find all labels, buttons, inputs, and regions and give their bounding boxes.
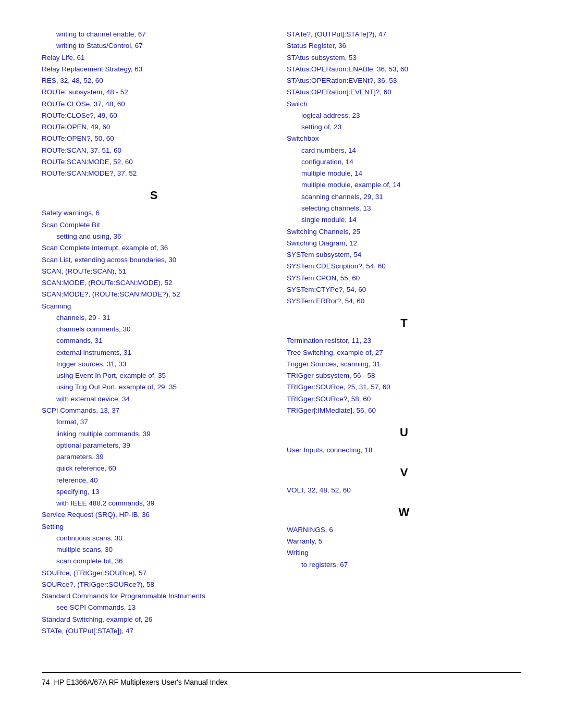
- list-item: logical address, 23: [287, 110, 521, 121]
- list-item: parameters, 39: [42, 451, 266, 463]
- list-item: TRIGger[:IMMediate], 56, 60: [287, 405, 521, 416]
- list-item: writing to channel enable, 67: [42, 29, 266, 40]
- right-top-entries: STATe?, (OUTPut[:STATe]?), 47 Status Reg…: [287, 29, 521, 307]
- list-item: ROUTe:CLOSe, 37, 48, 60: [42, 98, 266, 110]
- list-item: TRIGger:SOURce?, 58, 60: [287, 393, 521, 405]
- list-item: RES, 32, 48, 52, 60: [42, 75, 266, 87]
- list-item: Termination resistor, 11, 23: [287, 335, 521, 347]
- list-item: channels comments, 30: [42, 324, 266, 335]
- list-item: Writing: [287, 547, 521, 559]
- section-header-s: S: [42, 189, 266, 202]
- list-item: setting and using, 36: [42, 231, 266, 242]
- list-item: Switch: [287, 98, 521, 110]
- list-item: ROUTe:CLOSe?, 49, 60: [42, 110, 266, 121]
- list-item: configuration, 14: [287, 156, 521, 168]
- list-item: Status Register, 36: [287, 40, 521, 52]
- list-item: using Trig Out Port, example of, 29, 35: [42, 381, 266, 393]
- list-item: trigger sources, 31, 33: [42, 359, 266, 370]
- list-item: SCAN:MODE?, (ROUTe:SCAN:MODE?), 52: [42, 289, 266, 300]
- list-item: STATe?, (OUTPut[:STATe]?), 47: [287, 29, 521, 40]
- footer-title: HP E1366A/67A RF Multiplexers User's Man…: [54, 678, 228, 686]
- list-item: format, 37: [42, 416, 266, 428]
- list-item: commands, 31: [42, 335, 266, 347]
- list-item: Scan List, extending across boundaries, …: [42, 254, 266, 266]
- list-item: Switching Diagram, 12: [287, 238, 521, 249]
- left-column: writing to channel enable, 67 writing to…: [42, 29, 282, 657]
- list-item: Scan Complete Interrupt, example of, 36: [42, 242, 266, 254]
- list-item: selecting channels, 13: [287, 203, 521, 214]
- list-item: ROUTe:SCAN, 37, 51, 60: [42, 145, 266, 156]
- section-header-v: V: [287, 466, 521, 479]
- list-item: ROUTe:SCAN:MODE, 52, 60: [42, 156, 266, 168]
- list-item: Switching Channels, 25: [287, 226, 521, 238]
- list-item: STAtus:OPERation:ENABle, 36, 53, 60: [287, 64, 521, 75]
- list-item: specifying, 13: [42, 486, 266, 498]
- list-item: SOURce?, (TRIGger:SOURce?), 58: [42, 579, 266, 590]
- list-item: ROUTe:OPEN?, 50, 60: [42, 133, 266, 144]
- list-item: ROUTe:OPEN, 49, 60: [42, 121, 266, 133]
- list-item: Tree Switching, example of, 27: [287, 347, 521, 359]
- list-item: multiple module, example of, 14: [287, 179, 521, 191]
- list-item: STAtus:OPERation:EVENt?, 36, 53: [287, 75, 521, 87]
- section-header-u: U: [287, 426, 521, 439]
- list-item: SYSTem:CTYPe?, 54, 60: [287, 284, 521, 295]
- list-item: SOURce, (TRIGger:SOURce), 57: [42, 567, 266, 579]
- footer-page-number: 74: [42, 678, 50, 686]
- list-item: STAtus subsystem, 53: [287, 52, 521, 64]
- section-u: U User Inputs, connecting, 18: [287, 426, 521, 456]
- list-item: SCAN:MODE, (ROUTe:SCAN:MODE), 52: [42, 277, 266, 289]
- list-item: multiple scans, 30: [42, 544, 266, 556]
- list-item: to registers, 67: [287, 559, 521, 571]
- list-item: Setting: [42, 521, 266, 533]
- list-item: STAtus:OPERation[:EVENT]?, 60: [287, 87, 521, 98]
- list-item: SYSTem:CPON, 55, 60: [287, 273, 521, 284]
- list-item: reference, 40: [42, 475, 266, 486]
- list-item: Service Request (SRQ), HP-IB, 36: [42, 509, 266, 521]
- list-item: Standard Commands for Programmable Instr…: [42, 590, 266, 602]
- list-item: Warranty, 5: [287, 536, 521, 547]
- list-item: Scanning: [42, 301, 266, 312]
- list-item: writing to Status/Control, 67: [42, 40, 266, 52]
- list-item: SYSTem subsystem, 54: [287, 249, 521, 261]
- list-item: Switchbox: [287, 133, 521, 144]
- section-w: W WARNINGS, 6 Warranty, 5 Writing to reg…: [287, 505, 521, 571]
- list-item: scan complete bit, 36: [42, 556, 266, 567]
- list-item: with IEEE 488.2 commands, 39: [42, 498, 266, 509]
- list-item: TRIGger:SOURce, 25, 31, 57, 60: [287, 381, 521, 393]
- list-item: with external device, 34: [42, 393, 266, 405]
- content-area: writing to channel enable, 67 writing to…: [42, 29, 521, 657]
- list-item: card numbers, 14: [287, 145, 521, 156]
- list-item: ROUTe:SCAN:MODE?, 37, 52: [42, 168, 266, 179]
- list-item: TRIGger subsystem, 56 - 58: [287, 370, 521, 381]
- list-item: continuous scans, 30: [42, 533, 266, 544]
- section-header-w: W: [287, 505, 521, 519]
- list-item: channels, 29 - 31: [42, 312, 266, 324]
- list-item: SCPI Commands, 13, 37: [42, 405, 266, 416]
- section-s: S Safety warnings, 6 Scan Complete Bit s…: [42, 189, 266, 637]
- list-item: scanning channels, 29, 31: [287, 191, 521, 203]
- list-item: quick reference, 60: [42, 463, 266, 474]
- list-item: SYSTem:ERRor?, 54, 60: [287, 295, 521, 307]
- list-item: Trigger Sources, scanning, 31: [287, 359, 521, 370]
- list-item: VOLT, 32, 48, 52, 60: [287, 485, 521, 496]
- list-item: Relay Life, 61: [42, 52, 266, 64]
- list-item: Standard Switching, example of, 26: [42, 614, 266, 625]
- list-item: optional parameters, 39: [42, 440, 266, 451]
- list-item: setting of, 23: [287, 121, 521, 133]
- page: writing to channel enable, 67 writing to…: [0, 0, 563, 728]
- left-top-entries: writing to channel enable, 67 writing to…: [42, 29, 266, 179]
- list-item: using Event In Port, example of, 35: [42, 370, 266, 381]
- right-column: STATe?, (OUTPut[:STATe]?), 47 Status Reg…: [282, 29, 521, 657]
- list-item: ROUTe: subsystem, 48 - 52: [42, 87, 266, 98]
- section-v: V VOLT, 32, 48, 52, 60: [287, 466, 521, 496]
- list-item: external instruments, 31: [42, 347, 266, 359]
- list-item: WARNINGS, 6: [287, 524, 521, 536]
- list-item: SCAN, (ROUTe:SCAN), 51: [42, 266, 266, 277]
- list-item: single module, 14: [287, 214, 521, 226]
- list-item: Relay Replacement Strategy, 63: [42, 64, 266, 75]
- list-item: Safety warnings, 6: [42, 207, 266, 219]
- footer: 74 HP E1366A/67A RF Multiplexers User's …: [42, 672, 521, 686]
- list-item: see SCPI Commands, 13: [42, 602, 266, 613]
- list-item: multiple module, 14: [287, 168, 521, 179]
- list-item: linking multiple commands, 39: [42, 428, 266, 440]
